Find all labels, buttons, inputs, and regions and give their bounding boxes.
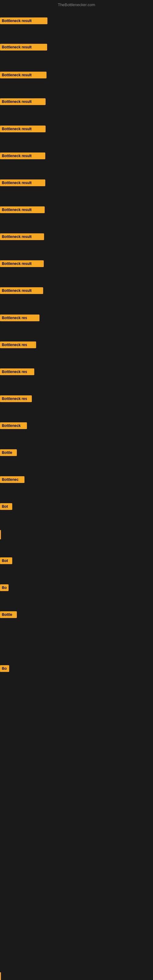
cursor-bar [0,530,1,539]
bottleneck-badge: Bottle [0,449,17,456]
bottleneck-badge: Bottleneck res [0,342,36,348]
bottleneck-badge: Bot [0,503,12,510]
bottleneck-badge: Bottlenec [0,476,24,483]
bottleneck-badge: Bottleneck result [0,260,44,267]
bottleneck-badge: Bottleneck res [0,368,34,375]
bottleneck-badge: Bo [0,584,9,591]
bottleneck-badge: Bottleneck result [0,44,47,51]
bottleneck-badge: Bot [0,557,12,564]
bottleneck-badge: Bottleneck result [0,72,46,78]
bottleneck-badge: Bottleneck res [0,315,40,321]
bottleneck-badge: Bottleneck res [0,395,32,402]
bottleneck-badge: Bottleneck result [0,153,45,159]
bottleneck-badge: Bottleneck result [0,98,46,105]
bottleneck-badge: Bottleneck result [0,180,45,186]
bottleneck-badge: Bottleneck result [0,18,48,24]
bottleneck-badge: Bottleneck [0,422,27,429]
bottleneck-badge: Bo [0,665,9,672]
site-title: TheBottlenecker.com [58,2,95,7]
bottleneck-badge: Bottleneck result [0,287,43,294]
bottleneck-badge: Bottleneck result [0,126,46,132]
bottleneck-badge: Bottleneck result [0,207,45,213]
cursor-bar [0,972,1,980]
bottleneck-badge: Bottle [0,611,17,618]
bottleneck-badge: Bottleneck result [0,233,44,240]
